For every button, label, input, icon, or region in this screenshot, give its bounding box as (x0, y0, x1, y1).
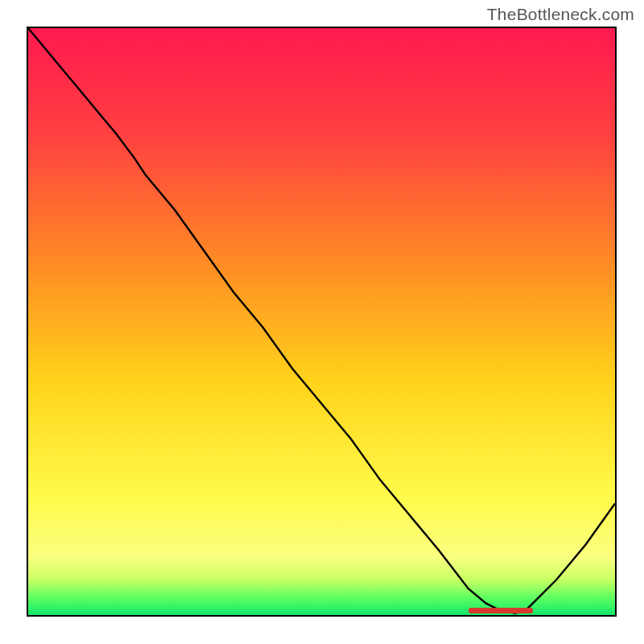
curve-svg (28, 28, 615, 615)
watermark-text: TheBottleneck.com (487, 5, 634, 24)
chart-frame: TheBottleneck.com (0, 0, 644, 644)
plot-area (27, 27, 617, 617)
bottleneck-curve (28, 28, 615, 613)
optimal-range-marker (469, 608, 533, 613)
